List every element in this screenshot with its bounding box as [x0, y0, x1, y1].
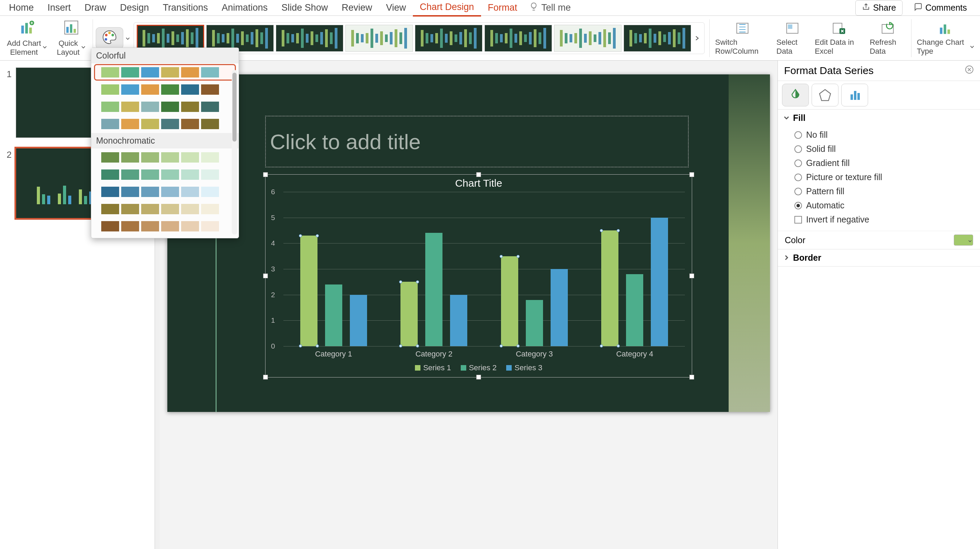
chart-style-7[interactable]	[554, 25, 622, 52]
chart-legend-item[interactable]: Series 2	[461, 363, 497, 372]
chart-legend-item[interactable]: Series 3	[506, 363, 542, 372]
selection-handle[interactable]	[316, 234, 319, 237]
selection-handle[interactable]	[299, 344, 302, 347]
fill-option-gradient[interactable]: Gradient fill	[794, 156, 975, 170]
fill-option-solid[interactable]: Solid fill	[794, 142, 975, 156]
selection-handle[interactable]	[416, 280, 419, 283]
color-scheme-option[interactable]	[94, 184, 236, 200]
chevron-down-icon[interactable]	[125, 33, 130, 43]
fill-option-invert-negative[interactable]: Invert if negative	[794, 213, 975, 227]
color-scheme-option[interactable]	[94, 116, 236, 132]
selection-handle[interactable]	[399, 280, 402, 283]
edit-data-excel-button[interactable]: Edit Data in Excel	[812, 21, 865, 56]
menu-transitions[interactable]: Transitions	[156, 0, 215, 16]
border-section-toggle[interactable]: Border	[778, 249, 980, 266]
slide-canvas[interactable]: Click to add title Chart Title 0123456 C…	[167, 75, 770, 412]
selection-handle[interactable]	[517, 255, 520, 258]
fill-option-automatic[interactable]: Automatic	[794, 198, 975, 213]
selection-handle[interactable]	[500, 255, 503, 258]
chart-bar[interactable]	[425, 233, 442, 346]
menu-design[interactable]: Design	[113, 0, 156, 16]
menu-animations[interactable]: Animations	[215, 0, 275, 16]
color-scheme-option[interactable]	[94, 99, 236, 115]
format-tab-fill-line[interactable]	[782, 84, 809, 107]
chart-bar[interactable]	[626, 274, 643, 346]
selection-handle[interactable]	[316, 344, 319, 347]
chart-bar[interactable]	[350, 295, 367, 346]
color-scheme-option[interactable]	[94, 149, 236, 165]
resize-handle[interactable]	[689, 375, 694, 380]
color-scheme-option[interactable]	[94, 166, 236, 183]
chart-style-8[interactable]	[624, 25, 691, 52]
chart-plot-area[interactable]: 0123456	[283, 192, 685, 346]
selection-handle[interactable]	[617, 229, 620, 232]
selection-handle[interactable]	[299, 234, 302, 237]
chart-style-6[interactable]	[485, 25, 552, 52]
color-scheme-option[interactable]	[94, 64, 236, 81]
menu-chart-design[interactable]: Chart Design	[413, 0, 481, 16]
refresh-data-button[interactable]: Refresh Data	[867, 21, 908, 56]
color-scheme-option[interactable]	[94, 81, 236, 98]
color-popup-scrollbar[interactable]	[232, 70, 237, 234]
format-tab-effects[interactable]	[811, 84, 838, 107]
change-chart-type-button[interactable]: Change Chart Type	[914, 21, 977, 56]
menu-draw[interactable]: Draw	[78, 0, 113, 16]
resize-handle[interactable]	[263, 172, 268, 177]
slide-canvas-area[interactable]: Click to add title Chart Title 0123456 C…	[160, 60, 778, 549]
selection-handle[interactable]	[617, 344, 620, 347]
menu-insert[interactable]: Insert	[41, 0, 78, 16]
share-button[interactable]: Share	[855, 0, 902, 16]
chart-style-4[interactable]	[345, 25, 413, 52]
chart-bar[interactable]	[450, 295, 467, 346]
menu-view[interactable]: View	[379, 0, 413, 16]
color-popup-scroll[interactable]: Colorful Monochromatic	[91, 48, 239, 238]
format-tab-series-options[interactable]	[841, 84, 868, 107]
fill-option-no-fill[interactable]: No fill	[794, 128, 975, 142]
chart-bar[interactable]	[401, 282, 418, 346]
color-scheme-option[interactable]	[94, 218, 236, 234]
chart-title[interactable]: Chart Title	[266, 175, 692, 192]
select-data-button[interactable]: Select Data	[774, 21, 811, 56]
color-popup-scrollbar-thumb[interactable]	[232, 73, 237, 142]
add-chart-element-button[interactable]: Add Chart Element	[3, 20, 51, 56]
chart-bar[interactable]	[651, 218, 668, 346]
chart-bar[interactable]	[601, 231, 619, 346]
chart-bar[interactable]	[300, 236, 318, 346]
selection-handle[interactable]	[600, 344, 603, 347]
resize-handle[interactable]	[263, 375, 268, 380]
comments-button[interactable]: Comments	[907, 0, 973, 16]
chart-style-5[interactable]	[415, 25, 482, 52]
selection-handle[interactable]	[500, 344, 503, 347]
chart-styles-more[interactable]	[693, 35, 702, 41]
chart-bar[interactable]	[550, 269, 568, 346]
fill-color-picker[interactable]	[954, 234, 973, 245]
title-placeholder[interactable]: Click to add title	[265, 116, 689, 167]
color-scheme-option[interactable]	[94, 201, 236, 217]
tell-me-search[interactable]: Tell me	[529, 2, 571, 14]
chart-bar[interactable]	[501, 256, 518, 346]
selection-handle[interactable]	[517, 344, 520, 347]
chart-style-3[interactable]	[276, 25, 343, 52]
switch-row-column-button[interactable]: Switch Row/Column	[713, 21, 772, 56]
close-pane-button[interactable]	[965, 65, 974, 76]
selection-handle[interactable]	[600, 229, 603, 232]
resize-handle[interactable]	[689, 274, 694, 278]
selection-handle[interactable]	[399, 344, 402, 347]
chart-legend-item[interactable]: Series 1	[415, 363, 451, 372]
resize-handle[interactable]	[476, 172, 481, 177]
fill-option-picture[interactable]: Picture or texture fill	[794, 170, 975, 184]
chart-legend[interactable]: Series 1Series 2Series 3	[266, 363, 692, 372]
chart-bar[interactable]	[526, 300, 543, 346]
menu-review[interactable]: Review	[335, 0, 379, 16]
resize-handle[interactable]	[263, 274, 268, 278]
chart-object[interactable]: Chart Title 0123456 Category 1Category 2…	[265, 174, 692, 377]
fill-section-toggle[interactable]: Fill	[778, 110, 980, 126]
chart-bar[interactable]	[325, 285, 342, 346]
resize-handle[interactable]	[476, 375, 481, 380]
menu-format[interactable]: Format	[481, 0, 525, 16]
menu-slide-show[interactable]: Slide Show	[274, 0, 335, 16]
quick-layout-button[interactable]: Quick Layout	[52, 20, 90, 56]
selection-handle[interactable]	[416, 344, 419, 347]
resize-handle[interactable]	[689, 172, 694, 177]
menu-home[interactable]: Home	[2, 0, 41, 16]
